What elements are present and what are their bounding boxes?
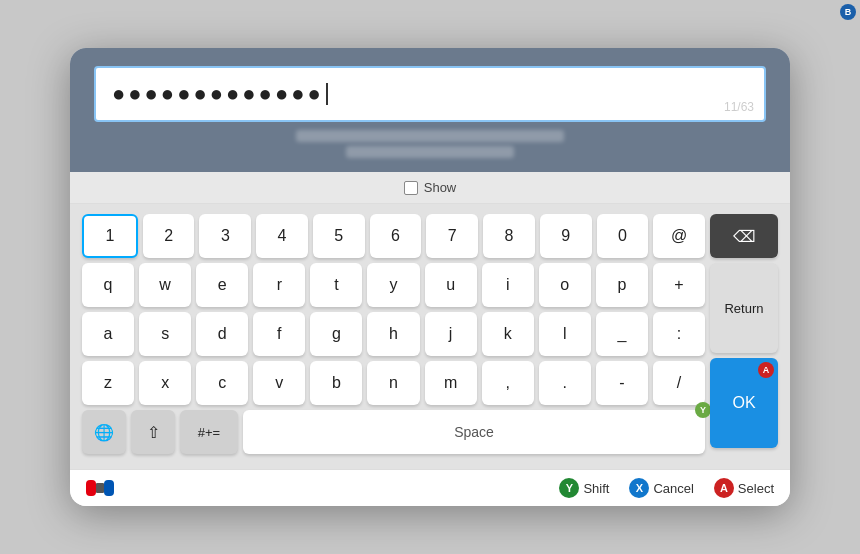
key-z[interactable]: z bbox=[82, 361, 134, 405]
key-3[interactable]: 3 bbox=[199, 214, 251, 258]
keyboard-row-5: 🌐 ⇧ #+= Space Y bbox=[82, 410, 705, 454]
key-ok[interactable]: OK A bbox=[710, 358, 778, 448]
keyboard-row-2: q w e r t y u i o p + bbox=[82, 263, 705, 307]
keys-left: 1 2 3 4 5 6 7 8 9 0 @ q w e r bbox=[82, 214, 705, 459]
key-v[interactable]: v bbox=[253, 361, 305, 405]
key-u[interactable]: u bbox=[425, 263, 477, 307]
show-row: Show bbox=[70, 172, 790, 204]
cancel-button: X Cancel bbox=[629, 478, 693, 498]
ok-label: OK bbox=[732, 394, 755, 412]
space-label: Space bbox=[454, 424, 494, 440]
key-x[interactable]: x bbox=[139, 361, 191, 405]
key-6[interactable]: 6 bbox=[370, 214, 422, 258]
show-label: Show bbox=[424, 180, 457, 195]
key-space[interactable]: Space Y bbox=[243, 410, 705, 454]
key-c[interactable]: c bbox=[196, 361, 248, 405]
key-k[interactable]: k bbox=[482, 312, 534, 356]
password-dots: ●●●●●●●●●●●●● bbox=[112, 83, 324, 105]
key-l[interactable]: l bbox=[539, 312, 591, 356]
key-t[interactable]: t bbox=[310, 263, 362, 307]
key-return[interactable]: Return bbox=[710, 263, 778, 353]
key-y[interactable]: y bbox=[367, 263, 419, 307]
key-underscore[interactable]: _ bbox=[596, 312, 648, 356]
keyboard-row-1: 1 2 3 4 5 6 7 8 9 0 @ bbox=[82, 214, 705, 258]
right-keys: ⌫ B Return OK A bbox=[710, 214, 778, 459]
char-count: 11/63 bbox=[724, 100, 754, 114]
svg-rect-2 bbox=[96, 483, 104, 493]
key-r[interactable]: r bbox=[253, 263, 305, 307]
blur-line-2 bbox=[346, 146, 514, 158]
key-e[interactable]: e bbox=[196, 263, 248, 307]
text-cursor bbox=[326, 83, 328, 105]
key-0[interactable]: 0 bbox=[597, 214, 649, 258]
key-b[interactable]: b bbox=[310, 361, 362, 405]
password-input-box[interactable]: ●●●●●●●●●●●●● 11/63 bbox=[94, 66, 766, 122]
key-slash[interactable]: / bbox=[653, 361, 705, 405]
key-shift[interactable]: ⇧ bbox=[131, 410, 175, 454]
backspace-icon: ⌫ bbox=[733, 227, 756, 246]
key-globe[interactable]: 🌐 bbox=[82, 410, 126, 454]
return-label: Return bbox=[724, 301, 763, 316]
joycon-icon bbox=[86, 478, 114, 498]
select-button[interactable]: A Select bbox=[714, 478, 774, 498]
top-area: ●●●●●●●●●●●●● 11/63 bbox=[70, 48, 790, 172]
key-o[interactable]: o bbox=[539, 263, 591, 307]
key-7[interactable]: 7 bbox=[426, 214, 478, 258]
keyboard-area: 1 2 3 4 5 6 7 8 9 0 @ q w e r bbox=[70, 204, 790, 469]
key-h[interactable]: h bbox=[367, 312, 419, 356]
key-8[interactable]: 8 bbox=[483, 214, 535, 258]
key-d[interactable]: d bbox=[196, 312, 248, 356]
key-1[interactable]: 1 bbox=[82, 214, 138, 258]
key-dash[interactable]: - bbox=[596, 361, 648, 405]
svg-rect-1 bbox=[104, 480, 114, 496]
key-s[interactable]: s bbox=[139, 312, 191, 356]
keyboard-row-4: z x c v b n m , . - / bbox=[82, 361, 705, 405]
keyboard-row-3: a s d f g h j k l _ : bbox=[82, 312, 705, 356]
blurred-content bbox=[94, 130, 766, 158]
bottom-bar: Y Shift X Cancel A Select bbox=[70, 469, 790, 506]
key-a[interactable]: a bbox=[82, 312, 134, 356]
key-w[interactable]: w bbox=[139, 263, 191, 307]
keyboard-dialog: ●●●●●●●●●●●●● 11/63 Show 1 2 3 4 5 6 bbox=[70, 48, 790, 506]
y-button-icon: Y bbox=[559, 478, 579, 498]
svg-rect-0 bbox=[86, 480, 96, 496]
key-m[interactable]: m bbox=[425, 361, 477, 405]
key-p[interactable]: p bbox=[596, 263, 648, 307]
a-badge-ok: A bbox=[758, 362, 774, 378]
key-i[interactable]: i bbox=[482, 263, 534, 307]
x-button-icon: X bbox=[629, 478, 649, 498]
key-plus[interactable]: + bbox=[653, 263, 705, 307]
key-2[interactable]: 2 bbox=[143, 214, 195, 258]
key-colon[interactable]: : bbox=[653, 312, 705, 356]
key-q[interactable]: q bbox=[82, 263, 134, 307]
blur-line-1 bbox=[296, 130, 565, 142]
key-5[interactable]: 5 bbox=[313, 214, 365, 258]
key-f[interactable]: f bbox=[253, 312, 305, 356]
shift-label: Shift bbox=[583, 481, 609, 496]
key-at[interactable]: @ bbox=[653, 214, 705, 258]
keyboard-main-rows: 1 2 3 4 5 6 7 8 9 0 @ q w e r bbox=[82, 214, 778, 459]
a-button-icon: A bbox=[714, 478, 734, 498]
key-n[interactable]: n bbox=[367, 361, 419, 405]
select-label: Select bbox=[738, 481, 774, 496]
key-period[interactable]: . bbox=[539, 361, 591, 405]
nintendo-logo bbox=[86, 478, 114, 498]
key-comma[interactable]: , bbox=[482, 361, 534, 405]
key-9[interactable]: 9 bbox=[540, 214, 592, 258]
key-j[interactable]: j bbox=[425, 312, 477, 356]
key-backspace[interactable]: ⌫ B bbox=[710, 214, 778, 258]
shift-button: Y Shift bbox=[559, 478, 609, 498]
key-g[interactable]: g bbox=[310, 312, 362, 356]
show-checkbox[interactable] bbox=[404, 181, 418, 195]
key-4[interactable]: 4 bbox=[256, 214, 308, 258]
key-symbols[interactable]: #+= bbox=[180, 410, 238, 454]
cancel-label: Cancel bbox=[653, 481, 693, 496]
y-badge-space: Y bbox=[695, 402, 711, 418]
